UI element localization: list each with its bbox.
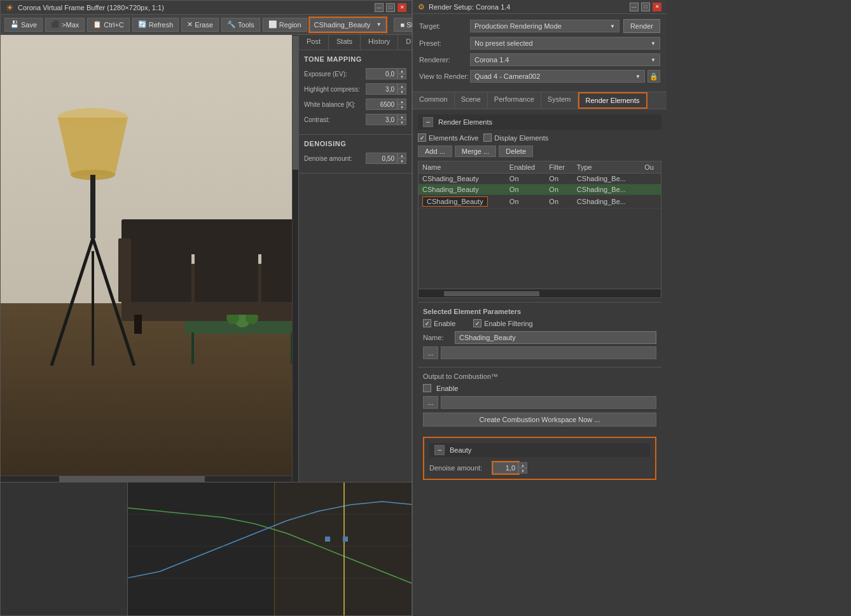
re-hscroll-thumb[interactable] bbox=[444, 291, 540, 296]
combustion-enable-checkbox[interactable] bbox=[423, 384, 431, 392]
tab-common[interactable]: Common bbox=[413, 92, 455, 109]
vfb-hscroll-thumb[interactable] bbox=[59, 476, 205, 482]
lock-button[interactable]: 🔒 bbox=[647, 70, 660, 83]
beauty-spinner-down-icon[interactable]: ▼ bbox=[518, 468, 527, 474]
create-combustion-button[interactable]: Create Combustion Workspace Now ... bbox=[423, 413, 656, 427]
enable-filtering-checkbox[interactable] bbox=[473, 319, 481, 327]
path-dots-button[interactable]: ... bbox=[423, 346, 438, 359]
vfb-content: Post Stats History DR TONE MAPPING Expos… bbox=[1, 35, 412, 482]
contrast-spinner[interactable]: ▲ ▼ bbox=[398, 114, 406, 125]
exposure-input[interactable] bbox=[366, 68, 398, 79]
re-controls: Elements Active Display Elements bbox=[418, 133, 661, 142]
contrast-spinner-down-icon[interactable]: ▼ bbox=[398, 120, 406, 125]
merge-button[interactable]: Merge ... bbox=[455, 146, 496, 157]
enable-checkbox[interactable] bbox=[423, 319, 431, 327]
display-elements-label: Display Elements bbox=[494, 134, 548, 142]
preset-dropdown[interactable]: No preset selected ▼ bbox=[470, 37, 660, 50]
re-table-wrapper: Name Enabled Filter Type Ou bbox=[418, 161, 661, 298]
close-btn[interactable]: ✕ bbox=[398, 3, 406, 12]
channel-dropdown[interactable]: CShading_Beauty ▼ bbox=[310, 18, 386, 32]
refresh-button[interactable]: 🔄 Refresh bbox=[132, 18, 179, 32]
display-elements-checkbox[interactable] bbox=[483, 133, 492, 142]
table-header-row: Name Enabled Filter Type Ou bbox=[419, 161, 661, 174]
denoise-label: Denoise amount: bbox=[304, 155, 366, 162]
contrast-label: Contrast: bbox=[304, 116, 366, 123]
name-label: Name: bbox=[423, 334, 455, 341]
exposure-spinner[interactable]: ▲ ▼ bbox=[398, 68, 406, 79]
vfb-horizontal-scrollbar[interactable] bbox=[1, 476, 292, 482]
combustion-path-input[interactable] bbox=[441, 396, 656, 409]
denoising-section: DENOISING Denoise amount: ▲ ▼ bbox=[299, 135, 412, 174]
render-elements-section: − Render Elements Elements Active Displa… bbox=[413, 109, 667, 490]
elements-active-checkbox[interactable] bbox=[418, 133, 426, 142]
view-dropdown[interactable]: Quad 4 - Camera002 ▼ bbox=[470, 70, 645, 83]
wb-spinner[interactable]: ▲ ▼ bbox=[398, 99, 406, 110]
name-input[interactable] bbox=[455, 331, 656, 344]
rs-maximize-btn[interactable]: □ bbox=[641, 3, 650, 11]
beauty-spinner[interactable]: ▲ ▼ bbox=[518, 462, 527, 474]
tab-performance[interactable]: Performance bbox=[488, 92, 541, 109]
main-row: ☀ Corona Virtual Frame Buffer (1280×720p… bbox=[0, 0, 851, 616]
beauty-header: − Beauty bbox=[429, 443, 650, 457]
maximize-btn[interactable]: □ bbox=[386, 3, 395, 12]
white-balance-input[interactable] bbox=[366, 99, 398, 110]
spinner-up-icon[interactable]: ▲ bbox=[398, 68, 406, 74]
path-input[interactable] bbox=[441, 346, 656, 359]
tab-scene[interactable]: Scene bbox=[455, 92, 488, 109]
target-dropdown[interactable]: Production Rendering Mode ▼ bbox=[470, 20, 619, 32]
highlight-spinner-up-icon[interactable]: ▲ bbox=[398, 83, 406, 89]
ctrlc-button[interactable]: 📋 Ctrl+C bbox=[87, 18, 129, 32]
highlight-spinner-down-icon[interactable]: ▼ bbox=[398, 89, 406, 95]
add-button[interactable]: Add ... bbox=[418, 146, 452, 157]
table-row[interactable]: CShading_Beauty On On CShading_Be... bbox=[419, 184, 661, 195]
erase-button[interactable]: ✕ Erase bbox=[181, 18, 219, 32]
rs-minimize-btn[interactable]: — bbox=[630, 3, 639, 11]
delete-button[interactable]: Delete bbox=[499, 146, 533, 157]
tab-post[interactable]: Post bbox=[299, 35, 329, 50]
render-button[interactable]: Render bbox=[623, 19, 660, 33]
tab-stats[interactable]: Stats bbox=[329, 35, 361, 50]
preset-value: No preset selected bbox=[474, 39, 533, 47]
re-collapse-btn[interactable]: − bbox=[423, 117, 433, 127]
rs-close-btn[interactable]: ✕ bbox=[653, 3, 661, 11]
combustion-section: Output to Combustion™ Enable ... Create … bbox=[418, 367, 661, 432]
tone-mapping-section: TONE MAPPING Exposure (EV): ▲ ▼ Highligh… bbox=[299, 50, 412, 135]
editing-cell[interactable]: CShading_Beauty bbox=[422, 196, 488, 207]
wb-spinner-down-icon[interactable]: ▼ bbox=[398, 104, 406, 110]
region-button[interactable]: ⬜ Region bbox=[263, 18, 307, 32]
vfb-scroll-thumb[interactable] bbox=[293, 36, 298, 170]
max-button[interactable]: ⬛ >Max bbox=[45, 18, 85, 32]
contrast-input[interactable] bbox=[366, 114, 398, 125]
beauty-spinner-up-icon[interactable]: ▲ bbox=[518, 462, 527, 468]
tab-history[interactable]: History bbox=[361, 35, 398, 50]
beauty-denoise-input[interactable] bbox=[493, 462, 518, 474]
combustion-dots-button[interactable]: ... bbox=[423, 396, 438, 409]
beauty-collapse-btn[interactable]: − bbox=[434, 445, 445, 455]
table-row-editing[interactable]: CShading_Beauty On On CShading_Be... bbox=[419, 195, 661, 209]
renderer-dropdown[interactable]: Corona 1.4 ▼ bbox=[470, 53, 660, 66]
vfb-vertical-scrollbar[interactable] bbox=[292, 35, 298, 482]
contrast-spinner-up-icon[interactable]: ▲ bbox=[398, 114, 406, 120]
spinner-down-icon[interactable]: ▼ bbox=[398, 74, 406, 79]
re-h-scrollbar[interactable] bbox=[419, 289, 661, 298]
denoise-spinner-up-icon[interactable]: ▲ bbox=[398, 153, 406, 158]
rs-tabs: Common Scene Performance System Render E… bbox=[413, 92, 667, 109]
tab-render-elements[interactable]: Render Elements bbox=[578, 92, 647, 109]
minimize-btn[interactable]: — bbox=[375, 3, 384, 12]
renderer-dropdown-arrow-icon: ▼ bbox=[651, 57, 656, 63]
table-row[interactable]: CShading_Beauty On On CShading_Be... bbox=[419, 174, 661, 184]
tools-button[interactable]: 🔧 Tools bbox=[221, 18, 260, 32]
denoise-spinner[interactable]: ▲ ▼ bbox=[398, 153, 406, 164]
denoise-input[interactable] bbox=[366, 153, 398, 164]
re-table-scroll[interactable]: Name Enabled Filter Type Ou bbox=[419, 161, 661, 289]
highlight-input[interactable] bbox=[366, 83, 398, 95]
name-row: Name: bbox=[423, 331, 656, 344]
tab-dr[interactable]: DR bbox=[398, 35, 412, 50]
col-type: Type bbox=[573, 161, 640, 174]
dropdown-arrow-icon: ▼ bbox=[377, 22, 382, 27]
wb-spinner-up-icon[interactable]: ▲ bbox=[398, 99, 406, 104]
tab-system[interactable]: System bbox=[541, 92, 578, 109]
save-button[interactable]: 💾 Save bbox=[4, 18, 43, 32]
highlight-spinner[interactable]: ▲ ▼ bbox=[398, 83, 406, 95]
denoise-spinner-down-icon[interactable]: ▼ bbox=[398, 158, 406, 164]
